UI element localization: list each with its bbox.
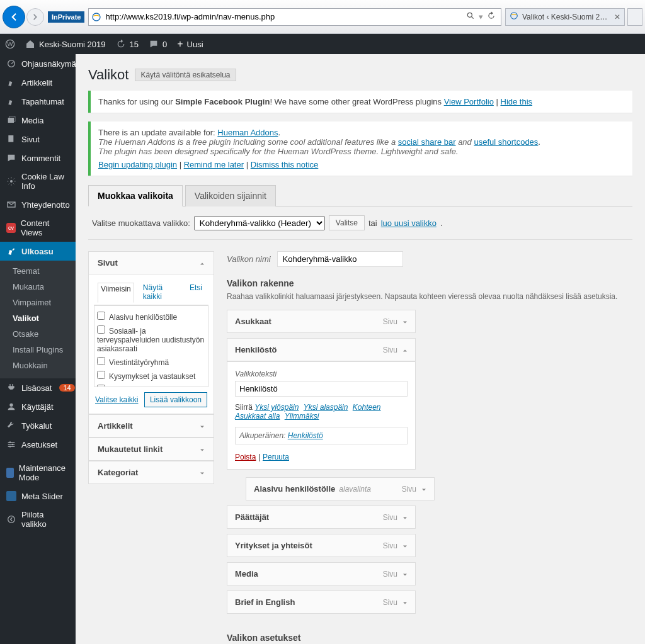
sidebar-item-collapse[interactable]: Piilota valikko: [0, 506, 76, 533]
accordion-pages-head[interactable]: Sivut: [89, 252, 214, 274]
submenu-widgets[interactable]: Vimpaimet: [8, 295, 76, 310]
wp-logo[interactable]: W: [5, 39, 15, 49]
chevron-down-icon: [198, 446, 205, 453]
url-input[interactable]: [104, 9, 461, 25]
menu-item-henkilosto[interactable]: HenkilöstöSivu: [227, 338, 416, 361]
sidebar-item-tools[interactable]: Työkalut: [0, 416, 76, 435]
shortcodes-link[interactable]: useful shortcodes: [474, 137, 538, 147]
menu-item-brief[interactable]: Brief in EnglishSivu: [227, 590, 416, 614]
submenu-installplugins[interactable]: Install Plugins: [8, 342, 76, 358]
submenu-editor[interactable]: Muokkain: [8, 358, 76, 373]
svg-point-1: [467, 13, 472, 17]
original-link[interactable]: Henkilöstö: [288, 431, 323, 440]
cancel-link[interactable]: Peruuta: [263, 453, 289, 461]
select-button[interactable]: Valitse: [329, 215, 365, 230]
tab-recent[interactable]: Viimeisin: [98, 283, 134, 303]
notice-hueman: There is an update available for: Hueman…: [88, 121, 632, 176]
chevron-down-icon: [198, 470, 205, 476]
begin-update-link[interactable]: Begin updating plugin: [98, 160, 177, 169]
menu-item-yritykset[interactable]: Yritykset ja yhteisötSivu: [227, 534, 416, 557]
sidebar-item-appearance[interactable]: Ulkoasu: [0, 242, 76, 261]
remind-later-link[interactable]: Remind me later: [184, 160, 244, 169]
tab-all[interactable]: Näytä kaikki: [140, 282, 181, 302]
sidebar-item-maintenance[interactable]: Maintenance Mode: [0, 459, 76, 487]
pages-tabs: Viimeisin Näytä kaikki Etsi: [94, 280, 208, 305]
preview-button[interactable]: Käytä välitöntä esikatselua: [135, 69, 236, 81]
tab-edit-menus[interactable]: Muokkaa valikoita: [88, 185, 183, 206]
tab-menu-locations[interactable]: Valikoiden sijainnit: [185, 185, 276, 206]
site-link[interactable]: Keski-Suomi 2019: [25, 39, 106, 49]
pages-checklist[interactable]: Alasivu henkilöstölle Sosiaali- ja terve…: [94, 305, 208, 387]
sidebar-item-events[interactable]: Tapahtumat: [0, 92, 76, 111]
dismiss-notice-link[interactable]: Dismiss this notice: [251, 160, 319, 169]
select-all-link[interactable]: Valitse kaikki: [95, 395, 138, 404]
page-content: Valikot Käytä välitöntä esikatselua Than…: [76, 54, 645, 644]
menu-item-media[interactable]: MediaSivu: [227, 562, 416, 585]
sidebar-item-media[interactable]: Media: [0, 111, 76, 130]
chevron-down-icon: [401, 543, 408, 549]
submenu-menus[interactable]: Valikot: [8, 310, 76, 326]
refresh-icon[interactable]: [487, 11, 496, 22]
move-up-link[interactable]: Yksi ylöspäin: [254, 403, 299, 412]
page-check[interactable]: Viestintätyöryhmä: [97, 355, 205, 369]
new-tab-button[interactable]: [627, 8, 642, 26]
chevron-down-icon: [420, 486, 426, 492]
menu-select[interactable]: Kohderyhmä-valikko (Header): [194, 216, 325, 230]
sidebar-item-pages[interactable]: Sivut: [0, 130, 76, 149]
create-menu-link[interactable]: luo uusi valikko: [381, 218, 437, 228]
page-check[interactable]: Yhteystiedot: [97, 383, 205, 387]
page-check[interactable]: Sosiaali- ja terveyspalveluiden uudistus…: [97, 324, 205, 355]
nav-forward-button[interactable]: [26, 8, 44, 26]
accordion-articles-head[interactable]: Artikkelit: [89, 415, 214, 437]
menu-item-asukkaat[interactable]: AsukkaatSivu: [227, 310, 416, 333]
search-icon[interactable]: [466, 11, 475, 22]
page-check[interactable]: Alasivu henkilöstölle: [97, 310, 205, 324]
sidebar-item-cookie[interactable]: Cookie Law Info: [0, 167, 76, 195]
menu-item-alasivu[interactable]: Alasivu henkilöstöllealavalintaSivu: [246, 477, 435, 500]
remove-link[interactable]: Poista: [235, 453, 256, 461]
url-dropdown-icon[interactable]: ▾: [479, 12, 483, 21]
move-top-link[interactable]: Ylimmäksi: [285, 412, 319, 421]
sidebar-item-comments[interactable]: Kommentit: [0, 149, 76, 167]
sidebar-item-contentviews[interactable]: cvContent Views: [0, 214, 76, 242]
sidebar-item-plugins[interactable]: Lisäosat14: [0, 378, 76, 397]
svg-point-13: [9, 404, 13, 407]
comments-link[interactable]: 0: [149, 39, 167, 49]
nav-label-input[interactable]: [235, 381, 408, 397]
social-share-link[interactable]: social share bar: [398, 137, 456, 147]
menu-item-paattajat[interactable]: PäättäjätSivu: [227, 506, 416, 529]
menu-settings-title: Valikon asetukset: [227, 633, 632, 643]
chevron-down-icon: [401, 571, 408, 577]
svg-line-7: [11, 62, 13, 64]
sidebar-item-posts[interactable]: Artikkelit: [0, 73, 76, 92]
hueman-addons-link[interactable]: Hueman Addons: [217, 128, 278, 137]
submenu-customize[interactable]: Mukauta: [8, 279, 76, 295]
sidebar-item-contact[interactable]: Yhteydenotto: [0, 195, 76, 214]
add-to-menu-button[interactable]: Lisää valikkoon: [144, 392, 207, 407]
page-check[interactable]: Kysymykset ja vastaukset: [97, 369, 205, 383]
svg-line-2: [472, 17, 474, 19]
accordion-custom-head[interactable]: Mukautetut linkit: [89, 438, 214, 460]
sidebar-item-dashboard[interactable]: Ohjausnäkymä: [0, 54, 76, 73]
svg-point-11: [10, 180, 13, 183]
hide-this-link[interactable]: Hide this: [501, 97, 533, 106]
sidebar-item-metaslider[interactable]: Meta Slider: [0, 487, 76, 506]
move-down-link[interactable]: Yksi alaspäin: [304, 403, 348, 412]
tab-search[interactable]: Etsi: [187, 282, 205, 302]
close-icon[interactable]: ✕: [614, 13, 620, 21]
submenu-themes[interactable]: Teemat: [8, 263, 76, 279]
browser-tab[interactable]: Valikot ‹ Keski-Suomi 2019 ... ✕: [505, 8, 625, 26]
nav-back-button[interactable]: [3, 6, 25, 28]
svg-point-19: [9, 446, 11, 448]
arrow-left-icon: [8, 11, 20, 23]
view-portfolio-link[interactable]: View Portfolio: [444, 97, 494, 106]
sidebar-item-users[interactable]: Käyttäjät: [0, 397, 76, 416]
structure-title: Valikon rakenne: [227, 278, 632, 288]
sidebar-item-settings[interactable]: Asetukset: [0, 435, 76, 454]
accordion-categories-head[interactable]: Kategoriat: [89, 461, 214, 483]
new-link[interactable]: +Uusi: [177, 38, 203, 50]
menu-name-input[interactable]: [277, 251, 403, 267]
submenu-header[interactable]: Otsake: [8, 326, 76, 342]
tab-title: Valikot ‹ Keski-Suomi 2019 ...: [522, 13, 610, 21]
updates-link[interactable]: 15: [116, 39, 139, 49]
